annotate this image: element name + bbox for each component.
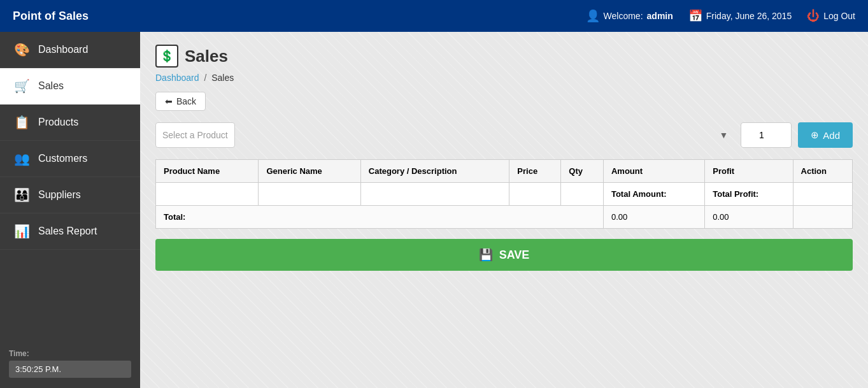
product-select-wrapper: Select a Product ▼ <box>155 122 734 148</box>
col-category: Category / Description <box>360 160 509 183</box>
sidebar-label-dashboard: Dashboard <box>38 44 88 55</box>
save-icon: 💾 <box>479 248 493 262</box>
sales-icon: 🛒 <box>13 78 31 94</box>
total-amount-label: Total Amount: <box>611 189 667 199</box>
app-title: Point of Sales <box>13 10 586 23</box>
cell-total-amount-label: Total Amount: <box>603 183 704 206</box>
sales-table: Product Name Generic Name Category / Des… <box>155 159 853 229</box>
sidebar-item-dashboard[interactable]: 🎨 Dashboard <box>0 32 140 68</box>
sidebar-label-products: Products <box>38 117 78 128</box>
dollar-icon: 💲 <box>160 49 174 63</box>
cell-price <box>509 183 561 206</box>
col-amount: Amount <box>603 160 704 183</box>
logout-label: Log Out <box>823 11 855 21</box>
select-arrow-icon: ▼ <box>719 130 728 140</box>
save-button[interactable]: 💾 SAVE <box>155 239 853 271</box>
sidebar-label-suppliers: Suppliers <box>38 189 81 201</box>
sidebar-item-customers[interactable]: 👥 Customers <box>0 141 140 177</box>
suppliers-icon: 👨‍👩‍👦 <box>13 187 31 203</box>
totals-row: Total: 0.00 0.00 <box>156 206 853 229</box>
app-header: Point of Sales 👤 Welcome: admin 📅 Friday… <box>0 0 868 32</box>
power-icon: ⏻ <box>807 9 820 24</box>
total-amount-value: 0.00 <box>603 206 704 229</box>
add-button-label: Add <box>823 130 840 141</box>
product-select[interactable]: Select a Product <box>155 122 235 148</box>
products-icon: 📋 <box>13 115 31 130</box>
total-profit-value: 0.00 <box>705 206 793 229</box>
quantity-input[interactable] <box>741 122 792 148</box>
sidebar-time-section: Time: 3:50:25 P.M. <box>0 343 140 388</box>
table-header-row: Product Name Generic Name Category / Des… <box>156 160 853 183</box>
date-info: 📅 Friday, June 26, 2015 <box>688 9 792 23</box>
total-profit-label: Total Profit: <box>713 189 758 199</box>
cell-generic-name <box>259 183 360 206</box>
sidebar-item-products[interactable]: 📋 Products <box>0 104 140 141</box>
page-title: Sales <box>185 47 228 66</box>
product-selector-row: Select a Product ▼ ⊕ Add <box>155 122 853 148</box>
calendar-icon: 📅 <box>688 9 702 23</box>
col-generic-name: Generic Name <box>259 160 360 183</box>
page-icon: 💲 <box>155 45 178 68</box>
username: admin <box>647 11 673 21</box>
main-content: 💲 Sales Dashboard / Sales ⬅ Back Select … <box>140 32 868 388</box>
cell-total-profit-label: Total Profit: <box>705 183 793 206</box>
cell-action <box>793 183 852 206</box>
cell-product-name <box>156 183 259 206</box>
sidebar-spacer <box>0 250 140 343</box>
time-value: 3:50:25 P.M. <box>9 361 131 378</box>
table-row: Total Amount: Total Profit: <box>156 183 853 206</box>
col-price: Price <box>509 160 561 183</box>
breadcrumb: Dashboard / Sales <box>155 73 853 83</box>
user-icon: 👤 <box>586 9 600 23</box>
page-header: 💲 Sales <box>155 45 853 68</box>
cell-category <box>360 183 509 206</box>
col-qty: Qty <box>561 160 604 183</box>
sidebar: 🎨 Dashboard 🛒 Sales 📋 Products 👥 Custome… <box>0 32 140 388</box>
total-label: Total: <box>156 206 604 229</box>
back-button[interactable]: ⬅ Back <box>155 92 206 111</box>
breadcrumb-current: Sales <box>211 73 234 83</box>
breadcrumb-home[interactable]: Dashboard <box>155 73 199 83</box>
current-date: Friday, June 26, 2015 <box>706 11 792 21</box>
add-button[interactable]: ⊕ Add <box>798 122 853 148</box>
breadcrumb-separator: / <box>204 73 206 83</box>
sidebar-item-sales-report[interactable]: 📊 Sales Report <box>0 213 140 250</box>
col-profit: Profit <box>705 160 793 183</box>
plus-circle-icon: ⊕ <box>811 129 819 141</box>
cell-qty <box>561 183 604 206</box>
save-button-label: SAVE <box>499 248 530 262</box>
sidebar-label-sales-report: Sales Report <box>38 226 97 237</box>
col-action: Action <box>793 160 852 183</box>
back-arrow-icon: ⬅ <box>165 96 173 106</box>
header-right: 👤 Welcome: admin 📅 Friday, June 26, 2015… <box>586 9 855 24</box>
total-action-cell <box>793 206 852 229</box>
welcome-label: Welcome: <box>604 11 643 21</box>
sidebar-item-sales[interactable]: 🛒 Sales <box>0 68 140 104</box>
welcome-info: 👤 Welcome: admin <box>586 9 673 23</box>
sidebar-label-sales: Sales <box>38 80 64 92</box>
logout-button[interactable]: ⏻ Log Out <box>807 9 855 24</box>
main-layout: 🎨 Dashboard 🛒 Sales 📋 Products 👥 Custome… <box>0 32 868 388</box>
sidebar-label-customers: Customers <box>38 153 87 164</box>
col-product-name: Product Name <box>156 160 259 183</box>
sidebar-item-suppliers[interactable]: 👨‍👩‍👦 Suppliers <box>0 177 140 213</box>
dashboard-icon: 🎨 <box>13 42 31 57</box>
report-icon: 📊 <box>13 224 31 239</box>
customers-icon: 👥 <box>13 151 31 166</box>
back-button-label: Back <box>176 96 196 106</box>
time-label: Time: <box>9 349 131 358</box>
